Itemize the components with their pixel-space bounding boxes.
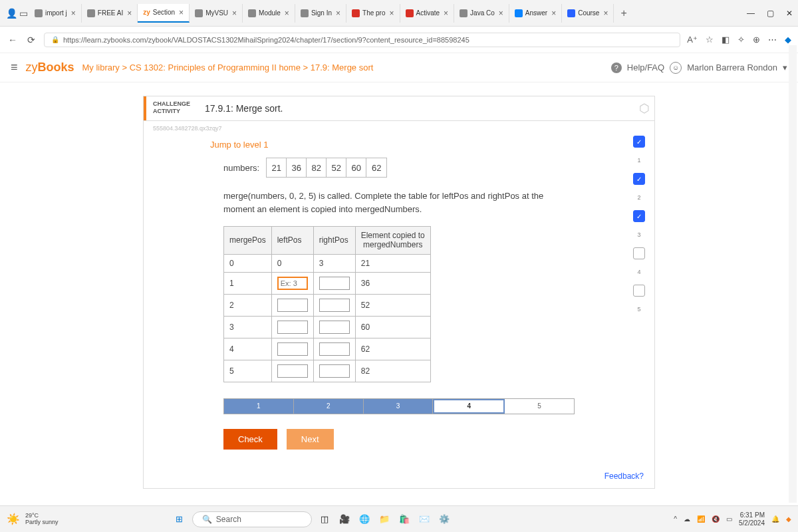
jump-to-level-link[interactable]: Jump to level 1 (144, 136, 654, 158)
weather-icon[interactable]: ☀️ (7, 513, 20, 525)
close-icon[interactable]: × (179, 8, 184, 17)
close-icon[interactable]: × (336, 9, 340, 18)
bookmark-icon[interactable]: ⬡ (634, 96, 654, 120)
user-icon[interactable]: ☺ (670, 62, 682, 74)
level-seg-current[interactable]: 4 (433, 399, 505, 414)
copilot-icon[interactable]: ◆ (785, 35, 791, 45)
level-indicator[interactable]: ✓ (633, 136, 645, 148)
url-input[interactable]: 🔒 https://learn.zybooks.com/zybook/VALDO… (44, 33, 680, 47)
tab[interactable]: Java Co× (454, 4, 509, 23)
taskbar-search[interactable]: 🔍 Search (192, 511, 312, 527)
volume-icon[interactable]: 🔇 (712, 515, 720, 523)
copilot-tb-icon[interactable]: ◆ (786, 515, 791, 523)
help-link[interactable]: Help/FAQ (627, 63, 664, 72)
user-name[interactable]: Marlon Barrera Rondon (687, 63, 777, 72)
tab[interactable]: FREE AI× (82, 4, 138, 23)
tab[interactable]: Module× (243, 4, 295, 23)
help-icon[interactable]: ? (611, 63, 622, 73)
leftpos-input[interactable] (277, 321, 308, 334)
close-icon[interactable]: × (232, 9, 237, 18)
level-seg[interactable]: 2 (294, 399, 364, 414)
leftpos-input[interactable] (277, 277, 308, 290)
zybooks-logo[interactable]: zyBooks (26, 61, 74, 74)
next-button[interactable]: Next (287, 429, 334, 450)
extensions-icon[interactable]: ⊕ (753, 35, 760, 45)
menu-icon[interactable]: ≡ (11, 61, 18, 74)
notifications-icon[interactable]: 🔔 (771, 515, 779, 523)
app-icon[interactable]: 🎥 (337, 512, 352, 527)
level-indicator[interactable]: ✓ (633, 210, 645, 222)
tab-active[interactable]: zySection× (138, 4, 190, 23)
explorer-icon[interactable]: 📁 (377, 512, 392, 527)
rightpos-input[interactable] (319, 364, 350, 378)
tab[interactable]: The pro× (346, 4, 400, 23)
more-icon[interactable]: ⋯ (768, 35, 777, 45)
read-aloud-icon[interactable]: A⁺ (687, 35, 698, 45)
close-icon[interactable]: × (603, 9, 608, 18)
level-seg[interactable]: 5 (505, 399, 574, 414)
weather-widget[interactable]: 29°CPartly sunny (25, 513, 59, 526)
split-icon[interactable]: ◧ (722, 35, 730, 45)
chevron-down-icon[interactable]: ▾ (783, 63, 787, 72)
battery-icon[interactable]: ▭ (726, 515, 732, 523)
back-icon[interactable]: ← (7, 34, 19, 46)
favorite-icon[interactable]: ☆ (706, 35, 714, 45)
rightpos-input[interactable] (319, 299, 350, 312)
activity-title: 17.9.1: Merge sort. (197, 96, 634, 120)
close-icon[interactable]: × (551, 9, 556, 18)
close-window-icon[interactable]: ✕ (786, 9, 793, 18)
rightpos-input[interactable] (319, 321, 350, 334)
level-seg[interactable]: 1 (224, 399, 294, 414)
leftpos-input[interactable] (277, 364, 308, 378)
tab[interactable]: Answer× (509, 4, 562, 23)
question-id: 555804.3482728.qx3zqy7 (144, 121, 654, 136)
col-rightpos: rightPos (313, 227, 355, 255)
numbers-array: 21 36 82 52 60 62 (266, 158, 387, 178)
table-row: 5 82 (224, 360, 431, 382)
close-icon[interactable]: × (499, 9, 503, 18)
breadcrumb[interactable]: My library > CS 1302: Principles of Prog… (82, 63, 374, 72)
leftpos-input[interactable] (277, 299, 308, 312)
maximize-icon[interactable]: ▢ (767, 9, 774, 18)
tab[interactable]: MyVSU× (190, 4, 243, 23)
close-icon[interactable]: × (390, 9, 394, 18)
rightpos-input[interactable] (319, 277, 350, 290)
store-icon[interactable]: 🛍️ (397, 512, 412, 527)
tab[interactable]: Sign In× (295, 4, 346, 23)
close-icon[interactable]: × (127, 9, 132, 18)
mail-icon[interactable]: ✉️ (417, 512, 432, 527)
profile-icon[interactable]: 👤 (5, 7, 17, 19)
feedback-link[interactable]: Feedback? (604, 471, 644, 481)
leftpos-input[interactable] (277, 342, 308, 356)
new-tab-button[interactable]: + (614, 7, 633, 19)
close-icon[interactable]: × (444, 9, 448, 18)
close-icon[interactable]: × (71, 9, 76, 18)
scrollbar[interactable] (789, 45, 797, 503)
clock[interactable]: 6:31 PM5/2/2024 (739, 511, 765, 527)
collections-icon[interactable]: ✧ (737, 35, 745, 45)
task-view-icon[interactable]: ◫ (317, 512, 332, 527)
tab[interactable]: Activate× (400, 4, 455, 23)
check-button[interactable]: Check (223, 429, 277, 450)
minimize-icon[interactable]: — (747, 9, 755, 18)
level-seg[interactable]: 3 (364, 399, 434, 414)
wifi-icon[interactable]: 📶 (697, 515, 705, 523)
start-icon[interactable]: ⊞ (172, 512, 187, 527)
tab[interactable]: Course× (562, 4, 614, 23)
onedrive-icon[interactable]: ☁ (684, 515, 690, 523)
level-indicator[interactable] (633, 247, 645, 259)
table-row: 2 52 (224, 294, 431, 316)
close-icon[interactable]: × (285, 9, 289, 18)
level-indicator[interactable] (633, 285, 645, 297)
refresh-icon[interactable]: ⟳ (25, 34, 37, 46)
col-leftpos: leftPos (271, 227, 313, 255)
chevron-up-icon[interactable]: ^ (674, 515, 677, 523)
activity-card: CHALLENGEACTIVITY 17.9.1: Merge sort. ⬡ … (143, 96, 655, 489)
app-icon[interactable]: ⚙️ (437, 512, 452, 527)
rightpos-input[interactable] (319, 342, 350, 356)
edge-icon[interactable]: 🌐 (357, 512, 372, 527)
tab-overview-icon[interactable]: ▭ (17, 7, 29, 19)
tab[interactable]: import j× (29, 4, 82, 23)
level-indicator[interactable]: ✓ (633, 173, 645, 185)
page-content: CHALLENGEACTIVITY 17.9.1: Merge sort. ⬡ … (0, 82, 798, 532)
